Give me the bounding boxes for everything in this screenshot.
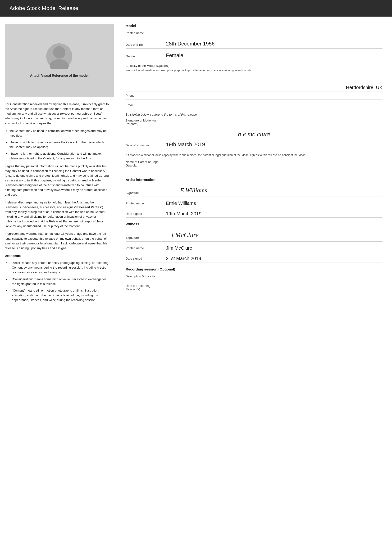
svg-point-0 [53,46,65,58]
guardian-value [163,168,383,168]
printed-name-row: Printed name [126,31,383,37]
artist-date-signed-label: Date signed [126,212,163,216]
artist-date-signed-value: 19th March 2019 [163,211,383,216]
recording-section-title: Recording session (Optional) [126,267,383,271]
artist-date-signed-row: Date signed 19th March 2019 [126,211,383,218]
legal-para3: I release, discharge, and agree to hold … [5,200,109,229]
artist-section-title: Artist information [126,178,383,182]
model-signature-label: Signature of Model (or Parents*) [126,119,163,127]
left-panel: Attach Visual Reference of the model For… [0,17,116,312]
witness-date-signed-value: 21st March 2019 [163,256,383,261]
artist-signature-value: E.Williams [163,185,383,196]
artist-printed-name-label: Printed name [126,201,163,206]
legal-bullet3: I have no further right to additional Co… [9,151,109,161]
witness-printed-name-value: Jim McClure [163,245,383,251]
svg-point-1 [50,59,69,69]
main-content: Attach Visual Reference of the model For… [0,17,392,312]
gender-label: Gender [126,55,163,59]
phone-row: Phone [126,94,383,99]
legal-para2: I agree that my personal information wil… [5,164,109,197]
witness-signature-value: J McClure [163,229,383,240]
definition-artist: "Artist" means any person or entity phot… [9,261,109,275]
by-signing-text: By signing below, i agree to the terms o… [126,113,383,116]
address-row: Hertfordshire, UK [126,85,383,91]
description-row: Description & Location [126,275,383,280]
artist-signature-row: Signature E.Williams [126,185,383,197]
address-value: Hertfordshire, UK [346,85,383,90]
minor-note: * If Model is a minor or lacks capacity … [126,153,383,157]
released-parties-bold: Released Parties [76,205,101,209]
witness-signature-label: Signature [126,236,163,240]
divider-1 [126,81,383,81]
witness-date-signed-row: Date signed 21st March 2019 [126,256,383,263]
printed-name-label: Printed name [126,31,163,36]
witness-signature-text: J McClure [166,229,383,240]
description-label: Description & Location [126,275,163,279]
definition-consideration: "Consideration" means something of value… [9,277,109,286]
printed-name-value [163,35,383,36]
artist-signature-label: Signature [126,191,163,196]
artist-printed-name-value: Ernie Williams [163,201,383,206]
page-header: Adobe Stock Model Release [0,0,392,17]
definitions-list: "Artist" means any person or entity phot… [9,261,109,303]
model-section-title: Model [126,24,383,28]
photo-area: Attach Visual Reference of the model [5,24,114,97]
divider-2 [126,173,383,173]
ethnicity-desc: We use the information for descriptive p… [126,69,383,72]
ethnicity-title: Ethnicity of the Model (Optional) [126,64,383,68]
witness-printed-name-label: Printed name [126,246,163,251]
legal-bullets: the Content may be used in combination w… [9,129,109,161]
avatar-svg [46,43,72,69]
ethnicity-block: Ethnicity of the Model (Optional) We use… [126,64,383,76]
phone-value [163,98,383,98]
gender-value: Female [163,52,383,59]
legal-text: For Consideration received and by signin… [5,102,109,303]
date-of-signature-label: Date of signature [126,144,163,148]
gender-row: Gender Female [126,52,383,60]
model-signature-line: b e mc clure [126,128,383,140]
right-panel: Model Printed name Date of Birth 28th De… [116,17,392,312]
date-of-signature-row: Date of signature 19th March 2019 [126,141,383,149]
email-row: Email [126,103,383,109]
page-title: Adobe Stock Model Release [9,5,78,11]
definition-content: "Content" means still or motion photogra… [9,288,109,303]
legal-para1: For Consideration received and by signin… [5,102,109,126]
date-of-signature-value: 19th March 2019 [163,141,383,148]
model-signature-area: Signature of Model (or Parents*) b e mc … [126,119,383,140]
witness-section-title: Witness [126,222,383,226]
witness-date-signed-label: Date signed [126,257,163,261]
witness-signature-row: Signature J McClure [126,229,383,242]
phone-label: Phone [126,94,163,98]
recording-date-value [163,291,383,292]
photo-label: Attach Visual Reference of the model [30,74,88,77]
email-label: Email [126,103,163,108]
witness-printed-name-row: Printed name Jim McClure [126,245,383,252]
model-signature-value: b e mc clure [126,128,383,139]
recording-date-label: Date of Recording Session(s) [126,284,163,292]
dob-value: 28th December 1956 [163,41,383,47]
recording-section: Recording session (Optional) Description… [126,267,383,293]
artist-printed-name-row: Printed name Ernie Williams [126,201,383,207]
recording-date-row: Date of Recording Session(s) [126,284,383,293]
email-value [163,107,383,108]
description-value [163,278,383,279]
legal-bullet1: the Content may be used in combination w… [9,129,109,138]
dob-label: Date of Birth [126,43,163,47]
definitions-title: Definitions [5,253,109,258]
artist-signature-text: E.Williams [166,185,383,195]
guardian-row: Name of Parent or Legal Guardian [126,160,383,169]
legal-para4: I represent and warrant that I am at lea… [5,231,109,251]
dob-row: Date of Birth 28th December 1956 [126,41,383,48]
legal-bullet2: I have no rights to inspect or approve t… [9,140,109,149]
avatar-icon [46,43,72,69]
guardian-label: Name of Parent or Legal Guardian [126,160,163,168]
